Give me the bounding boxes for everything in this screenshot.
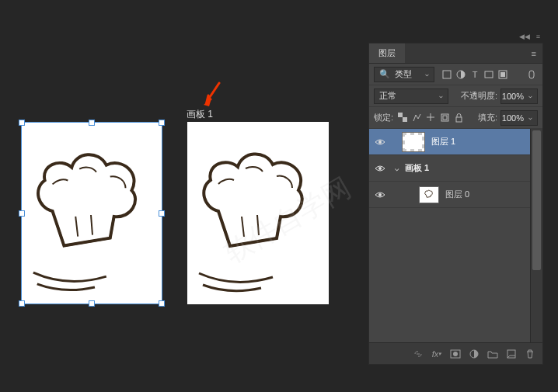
annotation-arrow-icon [204, 82, 222, 109]
scrollbar[interactable] [530, 129, 542, 342]
filter-icons: T [441, 68, 509, 81]
eye-icon [375, 191, 385, 199]
filter-label: 类型 [395, 68, 412, 80]
lock-artboard-icon[interactable] [438, 112, 452, 124]
svg-point-13 [378, 193, 382, 196]
filter-toggle-icon[interactable] [525, 68, 538, 81]
artboard-1[interactable] [187, 122, 329, 304]
transform-handle[interactable] [89, 300, 95, 307]
collapse-left-icon[interactable]: ◀◀ [519, 33, 530, 42]
layers-panel: 图层 ≡ 🔍 类型 ⌵ T 正常 ⌵ 不透明度: 100% ⌵ 锁定: [368, 43, 543, 365]
artboard-content-image [187, 122, 329, 304]
svg-rect-4 [500, 72, 505, 77]
lock-all-icon[interactable] [452, 112, 466, 124]
opacity-label: 不透明度: [461, 90, 497, 102]
svg-rect-8 [441, 114, 448, 121]
transform-handle[interactable] [89, 120, 95, 126]
visibility-toggle[interactable] [369, 138, 391, 146]
blend-mode-dropdown[interactable]: 正常 ⌵ [374, 88, 448, 104]
visibility-toggle[interactable] [369, 191, 391, 199]
lock-pixels-icon[interactable] [410, 112, 424, 124]
svg-rect-2 [485, 71, 493, 78]
layer-mask-icon[interactable] [449, 348, 462, 360]
layer-thumbnail[interactable] [402, 132, 425, 152]
eye-icon [375, 138, 385, 146]
artboard-content-image [22, 123, 162, 304]
blend-row: 正常 ⌵ 不透明度: 100% ⌵ [369, 85, 542, 107]
visibility-toggle[interactable] [369, 165, 391, 172]
artboard-selected[interactable] [21, 122, 162, 304]
panel-collapse-bar[interactable]: ◀◀ ≡ [368, 33, 543, 42]
new-layer-icon[interactable] [505, 348, 518, 360]
transform-handle[interactable] [19, 300, 25, 307]
expand-toggle[interactable]: ⌵ [391, 165, 402, 172]
filter-pixel-icon[interactable] [441, 68, 453, 81]
transform-handle[interactable] [19, 210, 25, 217]
transform-handle[interactable] [159, 120, 165, 126]
delete-layer-icon[interactable] [524, 348, 536, 360]
search-icon: 🔍 [379, 69, 390, 79]
lock-row: 锁定: 填充: 100% ⌵ [369, 107, 542, 129]
panel-tabs: 图层 ≡ [369, 43, 542, 64]
svg-rect-9 [443, 116, 447, 120]
tab-label: 图层 [378, 47, 396, 59]
chevron-down-icon: ⌵ [425, 71, 429, 78]
panel-menu-icon[interactable]: ≡ [536, 33, 540, 42]
layers-list: 图层 1 ⌵ 画板 1 图层 0 [369, 129, 542, 342]
svg-point-15 [453, 352, 458, 356]
opacity-input[interactable]: 100% ⌵ [500, 88, 538, 104]
scrollbar-thumb[interactable] [532, 130, 541, 270]
canvas-area: 画板 1 [0, 0, 357, 392]
layer-name[interactable]: 画板 1 [405, 162, 429, 174]
layer-row[interactable]: 图层 0 [369, 182, 542, 208]
panel-footer: fx▾ [369, 342, 542, 364]
filter-shape-icon[interactable] [483, 68, 495, 81]
layer-name[interactable]: 图层 0 [445, 189, 469, 200]
filter-row: 🔍 类型 ⌵ T [369, 64, 542, 85]
lock-label: 锁定: [374, 112, 393, 123]
svg-rect-10 [456, 117, 462, 122]
svg-point-12 [378, 167, 382, 170]
blend-mode-label: 正常 [379, 90, 396, 102]
transform-handle[interactable] [159, 300, 165, 307]
chevron-down-icon: ⌵ [528, 92, 532, 99]
layer-fx-icon[interactable]: fx▾ [431, 348, 443, 360]
artboard-label[interactable]: 画板 1 [187, 108, 213, 121]
layer-thumbnail[interactable] [419, 186, 439, 203]
layer-name[interactable]: 图层 1 [431, 136, 455, 147]
layer-row[interactable]: ⌵ 画板 1 [369, 155, 542, 182]
filter-type-icon[interactable]: T [469, 68, 481, 81]
svg-rect-7 [403, 117, 407, 122]
link-layers-icon[interactable] [412, 348, 424, 360]
filter-adjust-icon[interactable] [455, 68, 467, 81]
layer-row[interactable]: 图层 1 [369, 129, 542, 155]
tab-layers[interactable]: 图层 [369, 43, 405, 63]
lock-position-icon[interactable] [424, 112, 438, 124]
panel-menu-icon[interactable]: ≡ [525, 49, 542, 58]
chevron-down-icon: ⌵ [439, 92, 443, 99]
fill-input[interactable]: 100% ⌵ [500, 110, 538, 126]
fill-label: 填充: [478, 112, 497, 123]
lock-transparency-icon[interactable] [396, 112, 410, 124]
fill-value: 100% [502, 113, 524, 123]
adjustment-layer-icon[interactable] [468, 348, 480, 360]
new-group-icon[interactable] [487, 348, 499, 360]
svg-rect-5 [529, 71, 534, 78]
eye-icon [375, 165, 385, 172]
transform-handle[interactable] [19, 120, 25, 126]
chevron-down-icon: ⌵ [528, 114, 532, 121]
filter-smart-icon[interactable] [497, 68, 509, 81]
opacity-value: 100% [502, 92, 524, 101]
svg-point-11 [378, 140, 382, 144]
svg-rect-0 [443, 71, 451, 78]
transform-handle[interactable] [159, 210, 165, 217]
filter-type-dropdown[interactable]: 🔍 类型 ⌵ [374, 67, 434, 82]
svg-rect-6 [398, 113, 403, 117]
